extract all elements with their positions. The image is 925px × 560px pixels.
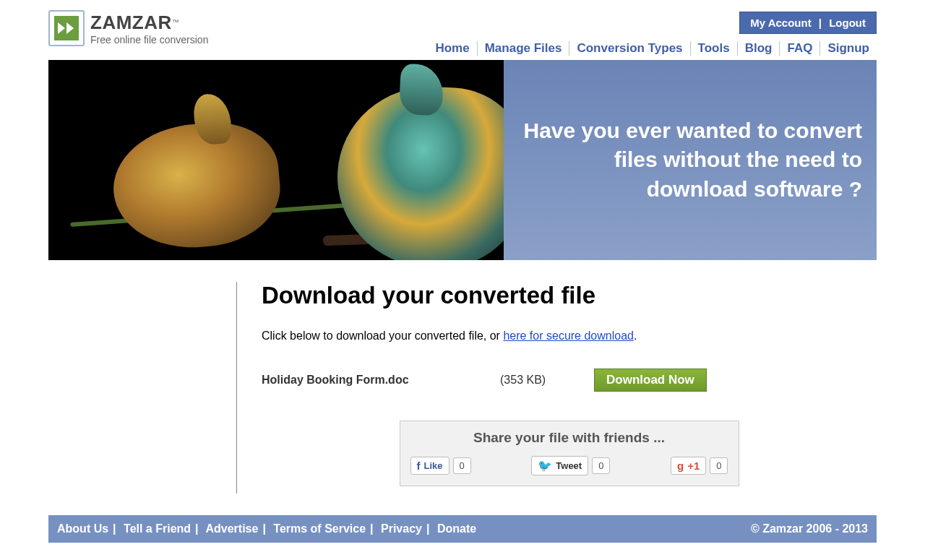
- main-nav: Home Manage Files Conversion Types Tools…: [428, 41, 877, 56]
- separator: |: [819, 17, 822, 29]
- footer: About Us| Tell a Friend| Advertise| Term…: [48, 515, 877, 543]
- footer-advertise[interactable]: Advertise: [205, 522, 258, 535]
- footer-donate[interactable]: Donate: [437, 522, 476, 535]
- account-bar: My Account | Logout: [739, 12, 877, 34]
- chameleon-left-icon: [108, 117, 285, 254]
- trademark: ™: [172, 18, 179, 26]
- nav-signup[interactable]: Signup: [820, 41, 877, 56]
- footer-about[interactable]: About Us: [57, 522, 108, 535]
- nav-tools[interactable]: Tools: [691, 41, 737, 56]
- hero-banner: Have you ever wanted to convert files wi…: [48, 60, 877, 260]
- gplus-button[interactable]: g +1: [671, 457, 706, 475]
- main-content: Download your converted file Click below…: [48, 260, 877, 515]
- footer-tell-friend[interactable]: Tell a Friend: [124, 522, 191, 535]
- twitter-icon: 🐦: [538, 459, 552, 473]
- footer-copyright: © Zamzar 2006 - 2013: [751, 522, 868, 535]
- nav-home[interactable]: Home: [428, 41, 476, 56]
- chameleon-right-icon: [333, 82, 504, 260]
- facebook-icon: f: [417, 460, 421, 472]
- tweet-label: Tweet: [556, 460, 582, 471]
- logo[interactable]: ZAMZAR™ Free online file conversion: [48, 10, 208, 46]
- vertical-divider: [236, 282, 237, 494]
- like-count: 0: [453, 457, 471, 474]
- brand-tagline: Free online file conversion: [90, 34, 208, 46]
- download-now-button[interactable]: Download Now: [594, 369, 707, 392]
- facebook-like: f Like 0: [410, 456, 471, 475]
- hero-headline: Have you ever wanted to convert files wi…: [518, 116, 862, 204]
- footer-links: About Us| Tell a Friend| Advertise| Term…: [57, 522, 476, 535]
- nav-faq[interactable]: FAQ: [780, 41, 819, 56]
- nav-manage-files[interactable]: Manage Files: [478, 41, 569, 56]
- logout-link[interactable]: Logout: [829, 17, 866, 29]
- logo-icon: [48, 10, 85, 46]
- file-name: Holiday Booking Form.doc: [262, 374, 500, 387]
- hero-image: [48, 60, 504, 260]
- secure-download-link[interactable]: here for secure download: [503, 329, 634, 342]
- instruction-text: Click below to download your converted f…: [262, 329, 877, 343]
- gplus-count: 0: [710, 457, 728, 474]
- tweet-button[interactable]: 🐦 Tweet: [531, 456, 588, 475]
- nav-conversion-types[interactable]: Conversion Types: [569, 41, 689, 56]
- header: ZAMZAR™ Free online file conversion My A…: [48, 0, 877, 60]
- google-plus: g +1 0: [671, 456, 728, 475]
- facebook-like-button[interactable]: f Like: [410, 457, 449, 475]
- instruction-pre: Click below to download your converted f…: [262, 329, 503, 342]
- my-account-link[interactable]: My Account: [750, 17, 811, 29]
- page-title: Download your converted file: [262, 282, 877, 309]
- gplus-icon: g: [677, 460, 684, 472]
- footer-tos[interactable]: Terms of Service: [273, 522, 366, 535]
- gplus-label: +1: [687, 460, 700, 472]
- tweet-count: 0: [592, 457, 610, 474]
- twitter-tweet: 🐦 Tweet 0: [531, 456, 610, 475]
- footer-privacy[interactable]: Privacy: [381, 522, 422, 535]
- file-size: (353 KB): [500, 374, 594, 387]
- nav-blog[interactable]: Blog: [738, 41, 780, 56]
- like-label: Like: [424, 460, 443, 471]
- instruction-post: .: [634, 329, 637, 342]
- share-title: Share your file with friends ...: [410, 430, 728, 446]
- file-row: Holiday Booking Form.doc (353 KB) Downlo…: [262, 369, 877, 392]
- brand-name: ZAMZAR: [90, 12, 172, 33]
- share-box: Share your file with friends ... f Like …: [400, 421, 739, 486]
